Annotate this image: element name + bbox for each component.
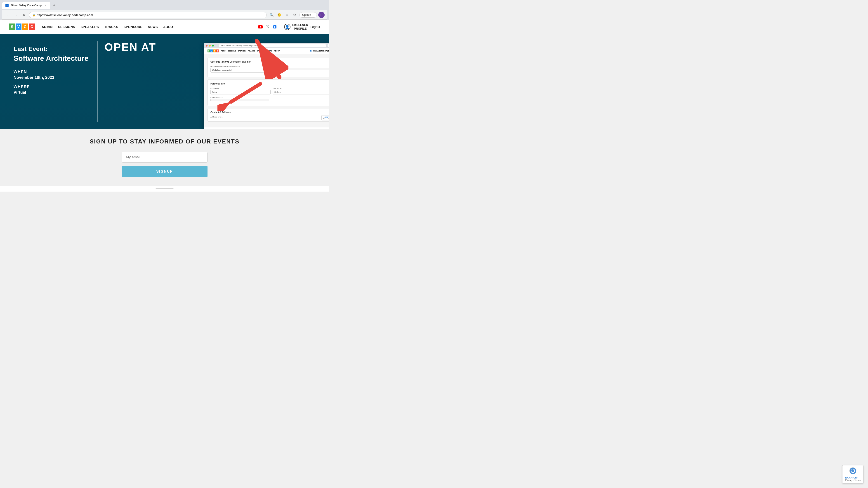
ps-dot-green <box>212 45 214 46</box>
ps-nav-news: NEWS <box>268 50 272 52</box>
ps-bluesky-input: @pkellner.bsky.social <box>211 68 271 72</box>
scroll-bar <box>156 188 174 189</box>
hero-where-label: WHERE <box>13 85 90 89</box>
url-text: https://www.siliconvalley-codecamp.com <box>37 13 93 17</box>
nav-sessions[interactable]: SESSIONS <box>58 25 75 29</box>
logo-c2: C <box>29 24 35 30</box>
zoom-button[interactable]: 🔍 <box>269 12 275 18</box>
ps-nav: ADMIN SESSIONS SPEAKERS TRACKS SPONSORS … <box>221 50 280 52</box>
ps-bluesky-field: Bluesky Handle (We really want this!) @p… <box>211 65 271 72</box>
browser-profile-avatar[interactable]: P <box>318 12 324 18</box>
ps-first-name-field: First Name Peter <box>211 87 271 94</box>
logo-v: V <box>16 24 22 30</box>
nav-speakers[interactable]: SPEAKERS <box>81 25 99 29</box>
youtube-icon[interactable] <box>258 24 263 29</box>
tab-favicon: S <box>5 4 8 7</box>
browser-actions: 🔍 🙂 ☆ ⚙ Update ··· P <box>269 12 324 18</box>
site-logo[interactable]: S V C C <box>9 24 35 30</box>
ps-scroll-hint <box>204 127 329 129</box>
svg-text:S: S <box>6 5 8 6</box>
ps-user: 👤 PKELLNER PROFILE Logout <box>310 50 329 52</box>
ps-user-name: PKELLNER PROFILE <box>313 50 329 52</box>
hero-event-name: Software Architecture <box>13 54 90 63</box>
ps-phone-row: Phone Number <box>211 96 329 101</box>
browser-tabs: S Silicon Valley Code Camp ✕ + <box>2 2 327 9</box>
ps-scroll-bar <box>265 129 278 129</box>
ps-phone-label: Phone Number <box>211 96 329 98</box>
settings-button[interactable]: ⚙ <box>291 12 298 18</box>
site-header: S V C C ADMIN SESSIONS SPEAKERS TRACKS S… <box>0 20 329 34</box>
bookmark-button[interactable]: ☆ <box>284 12 290 18</box>
user-icon: 👤 <box>284 24 290 30</box>
ps-phone-field: Phone Number <box>211 96 329 101</box>
emoji-button[interactable]: 🙂 <box>276 12 283 18</box>
facebook-icon[interactable]: f <box>272 24 277 29</box>
signup-email-input[interactable] <box>122 152 208 163</box>
ps-dot-yellow <box>209 45 211 46</box>
ps-contact-card: Contact & Address Address Line 1 reCAPTC… <box>208 108 329 122</box>
ps-nav-speakers: SPEAKERS <box>238 50 247 52</box>
ps-first-name-label: First Name <box>211 87 271 89</box>
website-content: S V C C ADMIN SESSIONS SPEAKERS TRACKS S… <box>0 20 329 192</box>
nav-news[interactable]: NEWS <box>148 25 158 29</box>
ps-recaptcha: reCAPTCHA Privacy · Terms <box>321 115 329 121</box>
user-name-display: PKELLNER PROFILE <box>292 23 308 30</box>
ps-personal-info-card: Personal Info First Name Peter Last Name… <box>208 79 329 106</box>
ps-nav-sessions: SESSIONS <box>228 50 236 52</box>
scroll-hint <box>0 186 329 192</box>
update-button[interactable]: Update ··· <box>299 12 317 18</box>
signup-button[interactable]: SIGNUP <box>122 166 208 177</box>
signup-section: SIGN UP TO STAY INFORMED OF OUR EVENTS S… <box>0 129 329 186</box>
ps-email-field: Email <box>273 65 329 72</box>
ps-dot-red <box>206 45 208 46</box>
browser-toolbar: ← → ↻ 🔒 https://www.siliconvalley-codeca… <box>2 10 327 20</box>
user-area: 👤 PKELLNER PROFILE Logout <box>284 23 320 30</box>
ps-first-name-input: Peter <box>211 90 271 94</box>
ps-personal-info-title: Personal Info <box>211 83 329 85</box>
ps-nav-about: ABOUT <box>274 50 280 52</box>
nav-admin[interactable]: ADMIN <box>41 25 53 29</box>
ps-update-btn: Update <box>328 44 329 47</box>
user-profile-link[interactable]: 👤 PKELLNER PROFILE <box>284 23 308 30</box>
back-button[interactable]: ← <box>4 12 11 18</box>
nav-tracks[interactable]: TRACKS <box>104 25 118 29</box>
ps-content: User Info (ID: 903 Username: pkellner) B… <box>204 54 329 127</box>
ps-nav-admin: ADMIN <box>221 50 226 52</box>
new-tab-button[interactable]: + <box>51 2 57 8</box>
ps-logo-v: V <box>210 50 213 53</box>
reload-button[interactable]: ↻ <box>21 12 27 18</box>
ps-address-bar: https://www.siliconvalley-codecamp.com/p… <box>219 44 326 47</box>
logout-link[interactable]: Logout <box>310 25 320 29</box>
open-at-text: OPEN AT <box>104 41 156 53</box>
forward-button[interactable]: → <box>13 12 19 18</box>
signup-title: SIGN UP TO STAY INFORMED OF OUR EVENTS <box>4 138 324 145</box>
hero-right-panel: OPEN AT https://www.siliconvalley-codeca… <box>98 34 329 129</box>
hero-left-panel: Last Event: Software Architecture WHEN N… <box>0 34 97 129</box>
ps-logo-c: C <box>213 50 216 53</box>
profile-screenshot: https://www.siliconvalley-codecamp.com/p… <box>204 43 329 129</box>
ps-logo: S V C C <box>208 50 219 53</box>
ps-last-name-label: Last Name <box>273 87 329 89</box>
twitter-icon[interactable]: 𝕏 <box>265 24 270 29</box>
nav-sponsors[interactable]: SPONSORS <box>124 25 143 29</box>
hero-when-label: WHEN <box>13 70 90 74</box>
active-tab[interactable]: S Silicon Valley Code Camp ✕ <box>2 2 50 9</box>
hero-content: Last Event: Software Architecture WHEN N… <box>0 34 329 129</box>
tab-close-button[interactable]: ✕ <box>43 4 47 7</box>
ps-phone-input <box>211 99 269 101</box>
ps-contact-title: Contact & Address <box>211 111 329 113</box>
signup-form: SIGNUP <box>122 152 208 177</box>
ps-nav-sponsors: SPONSORS <box>257 50 266 52</box>
nav-about[interactable]: ABOUT <box>163 25 175 29</box>
social-icons: 𝕏 f <box>258 24 277 29</box>
ps-browser-bar: https://www.siliconvalley-codecamp.com/p… <box>204 43 329 48</box>
ps-user-info-title: User Info (ID: 903 Username: pkellner) <box>211 61 329 63</box>
ps-logo-s: S <box>208 50 210 53</box>
ps-user-info-row: Bluesky Handle (We really want this!) @p… <box>211 65 329 72</box>
ps-address-label: Address Line 1 <box>211 116 329 118</box>
hero-section: Last Event: Software Architecture WHEN N… <box>0 34 329 129</box>
address-bar[interactable]: 🔒 https://www.siliconvalley-codecamp.com <box>29 12 267 18</box>
site-nav: ADMIN SESSIONS SPEAKERS TRACKS SPONSORS … <box>41 25 251 29</box>
ps-user-info-card: User Info (ID: 903 Username: pkellner) B… <box>208 58 329 77</box>
hero-where-value: Virtual <box>13 90 90 95</box>
